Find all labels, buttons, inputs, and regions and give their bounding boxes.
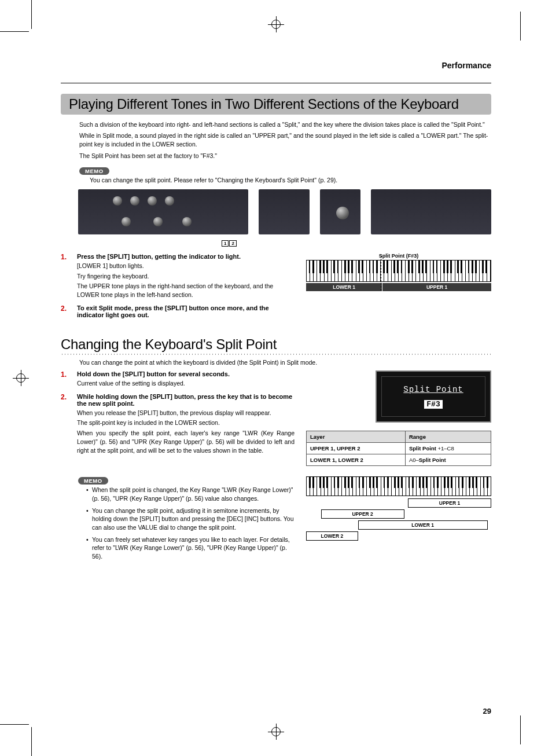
step-text: The UPPER tone plays in the right-hand s… xyxy=(77,282,295,299)
callout-1: 1 xyxy=(222,240,229,247)
body-text: Such a division of the keyboard into rig… xyxy=(79,120,491,129)
crop-mark xyxy=(520,12,521,41)
crop-mark xyxy=(0,724,29,725)
header-rule xyxy=(61,83,491,83)
step-text: The split-point key is included in the L… xyxy=(77,419,295,427)
memo-item: When the split point is changed, the Key… xyxy=(86,486,295,502)
registration-mark xyxy=(268,724,284,740)
memo-badge: MEMO xyxy=(79,167,109,175)
panel-illustration xyxy=(78,189,491,234)
body-text: The Split Point has been set at the fact… xyxy=(79,152,491,160)
memo-text: You can change the split point. Please r… xyxy=(90,176,491,185)
section-title: Playing Different Tones in Two Different… xyxy=(69,96,483,112)
body-text: You can change the point at which the ke… xyxy=(79,358,491,367)
lcd-line2: F#3 xyxy=(424,400,442,409)
table-header: Layer xyxy=(307,431,406,443)
heading-bar: Playing Different Tones in Two Different… xyxy=(61,94,491,115)
step-title: Press the [SPLIT] button, getting the in… xyxy=(77,253,295,260)
section-header: Performance xyxy=(61,61,491,70)
body-text: While in Split mode, a sound played in t… xyxy=(79,131,491,149)
kbd-lower-label: LOWER 1 xyxy=(306,283,382,291)
memo-badge: MEMO xyxy=(78,477,108,485)
step-title: While holding down the [SPLIT] button, p… xyxy=(77,393,295,407)
kbd-upper-label: UPPER 1 xyxy=(382,283,491,291)
layer-bar-lower1: LOWER 1 xyxy=(358,520,488,530)
step-text: When you specify the split point, each l… xyxy=(77,429,295,454)
lcd-line1: Split Point xyxy=(403,385,463,394)
step-text: When you release the [SPLIT] button, the… xyxy=(77,409,295,417)
table-cell: A0–Split Point xyxy=(405,454,491,466)
memo-item: You can change the split point, adjustin… xyxy=(86,507,295,532)
step-title: Hold down the [SPLIT] button for several… xyxy=(77,370,295,377)
table-cell: UPPER 1, UPPER 2 xyxy=(307,443,406,454)
registration-mark xyxy=(13,370,29,386)
step-title: To exit Split mode, press the [SPLIT] bu… xyxy=(77,304,295,318)
layer-bar-upper1: UPPER 1 xyxy=(408,498,491,508)
step-text: Try fingering the keyboard. xyxy=(77,272,295,281)
step-text: Current value of the setting is displaye… xyxy=(77,379,295,388)
crop-mark xyxy=(31,727,32,756)
step-number: 2. xyxy=(61,393,77,456)
split-point-label: Split Point (F#3) xyxy=(306,253,491,259)
table-cell: LOWER 1, LOWER 2 xyxy=(307,454,406,466)
step-number: 2. xyxy=(61,304,77,320)
range-table: Layer Range UPPER 1, UPPER 2 Split Point… xyxy=(306,431,491,466)
memo-item: You can freely set whatever key ranges y… xyxy=(86,535,295,561)
crop-mark xyxy=(520,715,521,744)
keyboard-split-figure: Split Point (F#3) LOWER 1 UPPER 1 xyxy=(306,253,491,291)
table-cell: Split Point +1–C8 xyxy=(405,443,491,454)
table-header: Range xyxy=(405,431,491,443)
dotted-rule xyxy=(61,354,491,355)
page-number: 29 xyxy=(483,707,491,715)
callout-2: 2 xyxy=(229,240,236,247)
lcd-display: Split Point F#3 xyxy=(376,370,491,423)
subsection-title: Changing the Keyboard's Split Point xyxy=(61,336,491,353)
registration-mark xyxy=(268,16,284,32)
step-text: [LOWER 1] button lights. xyxy=(77,262,295,270)
step-number: 1. xyxy=(61,253,77,301)
step-number: 1. xyxy=(61,370,77,390)
crop-mark xyxy=(31,0,32,29)
layer-bar-upper2: UPPER 2 xyxy=(321,509,404,519)
crop-mark xyxy=(0,31,29,32)
layer-bar-lower2: LOWER 2 xyxy=(306,531,358,541)
callout-markers: 12 xyxy=(222,237,491,247)
layer-range-figure: UPPER 1 UPPER 2 LOWER 1 LOWER 2 xyxy=(306,476,491,541)
